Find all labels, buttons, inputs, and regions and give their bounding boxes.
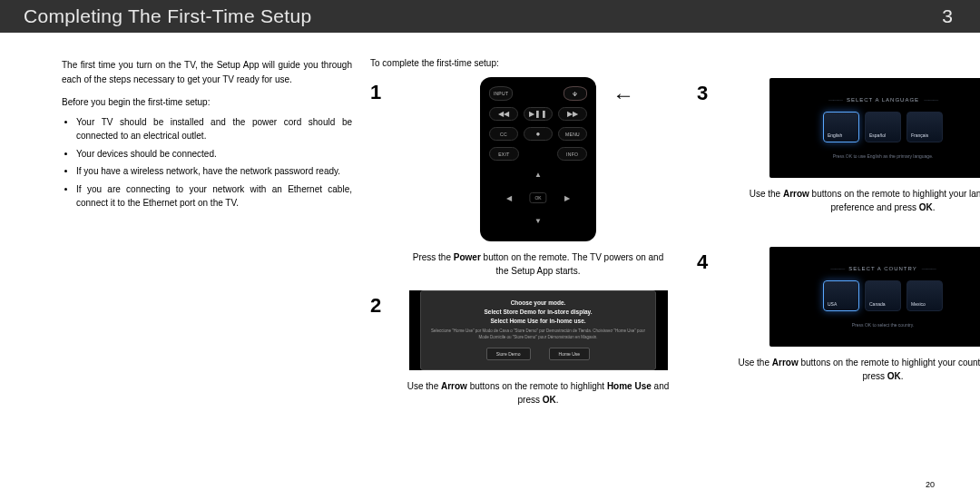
remote-info-button: INFO bbox=[557, 147, 587, 161]
home-use-button: Home Use bbox=[549, 348, 591, 360]
intro-column: The first time you turn on the TV, the S… bbox=[62, 58, 352, 419]
step-1-caption: Press the Power button on the remote. Th… bbox=[397, 250, 679, 278]
screen-hint: Press OK to select the country. bbox=[852, 322, 915, 328]
screen-title: SELECT A COUNTRY bbox=[826, 266, 939, 271]
remote-up-icon: ▲ bbox=[534, 171, 542, 179]
mode-dialog-screen: Choose your mode. Select Store Demo for … bbox=[409, 290, 668, 370]
remote-ok-button: OK bbox=[529, 192, 546, 203]
remote-exit-button: EXIT bbox=[489, 147, 519, 161]
remote-fastforward-button: ▶▶ bbox=[558, 107, 587, 121]
remote-rewind-button: ◀◀ bbox=[489, 107, 518, 121]
language-option: English bbox=[823, 112, 859, 142]
step-number: 2 bbox=[370, 290, 387, 407]
bullet-item: If you are connecting to your network wi… bbox=[76, 182, 352, 211]
bullet-item: Your devices should be connected. bbox=[76, 147, 352, 162]
remote-right-icon: ▶ bbox=[564, 194, 570, 202]
remote-play-pause-button: ▶❚❚ bbox=[524, 107, 553, 121]
steps-column-1: To complete the first-time setup: 1 INPU… bbox=[370, 58, 679, 419]
intro-before: Before you begin the first-time setup: bbox=[62, 95, 352, 110]
steps-column-2: 3 SELECT A LANGUAGE English Español Fran… bbox=[697, 58, 980, 419]
remote-input-button: INPUT bbox=[489, 86, 513, 101]
store-demo-button: Store Demo bbox=[486, 348, 531, 360]
bullet-item: If you have a wireless network, have the… bbox=[76, 164, 352, 179]
country-option: USA bbox=[823, 280, 859, 311]
step-3: 3 SELECT A LANGUAGE English Español Fran… bbox=[697, 78, 980, 214]
document-header: Completing The First-Time Setup 3 bbox=[0, 0, 980, 33]
step-4: 4 SELECT A COUNTRY USA Canada Mexico Pre… bbox=[697, 247, 980, 383]
country-option: Mexico bbox=[906, 280, 943, 311]
intro-bullets: Your TV should be installed and the powe… bbox=[62, 115, 352, 211]
dialog-title: Choose your mode. bbox=[430, 299, 646, 308]
step-3-caption: Use the Arrow buttons on the remote to h… bbox=[724, 187, 980, 214]
intro-lead: The first time you turn on the TV, the S… bbox=[62, 58, 352, 86]
remote-cc-button: CC bbox=[489, 127, 518, 141]
step-2-caption: Use the Arrow buttons on the remote to h… bbox=[397, 379, 679, 407]
step-number: 4 bbox=[697, 247, 713, 383]
step-number: 3 bbox=[697, 78, 713, 214]
dialog-line: Select Store Demo for in-store display. bbox=[430, 308, 646, 317]
remote-power-button: ⏻ bbox=[564, 86, 587, 101]
step-number: 1 bbox=[370, 77, 387, 278]
complete-lead: To complete the first-time setup: bbox=[370, 58, 679, 68]
country-select-screen: SELECT A COUNTRY USA Canada Mexico Press… bbox=[769, 247, 980, 347]
language-option: Français bbox=[906, 112, 943, 142]
language-option: Español bbox=[865, 112, 901, 142]
page-title: Completing The First-Time Setup bbox=[24, 5, 311, 27]
country-option: Canada bbox=[865, 280, 901, 311]
bullet-item: Your TV should be installed and the powe… bbox=[76, 115, 352, 143]
screen-hint: Press OK to use English as the primary l… bbox=[833, 153, 934, 159]
step-2: 2 Choose your mode. Select Store Demo fo… bbox=[370, 290, 679, 407]
step-1: 1 INPUT ⏻ ◀◀ ▶❚❚ ▶ bbox=[370, 77, 679, 278]
language-select-screen: SELECT A LANGUAGE English Español França… bbox=[769, 78, 980, 178]
page-body: The first time you turn on the TV, the S… bbox=[0, 33, 980, 419]
dialog-subtitle: Seleccione "Home Use" por Modo de Casa o… bbox=[430, 328, 646, 340]
remote-menu-button: MENU bbox=[558, 127, 587, 141]
callout-arrow-icon: ← bbox=[612, 83, 634, 108]
remote-dpad: ▲ ▼ ◀ ▶ OK bbox=[506, 171, 570, 225]
remote-illustration: INPUT ⏻ ◀◀ ▶❚❚ ▶▶ CC ● bbox=[480, 77, 596, 241]
remote-record-button: ● bbox=[524, 127, 553, 141]
remote-left-icon: ◀ bbox=[506, 194, 512, 202]
screen-title: SELECT A LANGUAGE bbox=[824, 97, 942, 103]
chapter-number: 3 bbox=[942, 5, 953, 27]
step-4-caption: Use the Arrow buttons on the remote to h… bbox=[724, 356, 980, 383]
remote-down-icon: ▼ bbox=[534, 217, 542, 225]
page-number: 20 bbox=[926, 480, 935, 489]
dialog-line: Select Home Use for in-home use. bbox=[430, 317, 646, 326]
